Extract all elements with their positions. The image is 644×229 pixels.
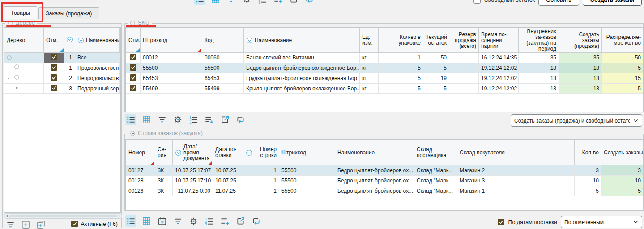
reload-icon[interactable]: [303, 0, 315, 5]
column-header-tree[interactable]: Дерево: [4, 28, 44, 53]
expand-node-icon[interactable]: [14, 75, 20, 81]
filter-icon[interactable]: [172, 215, 183, 227]
add-group-icon[interactable]: [35, 219, 47, 229]
tab-tovary[interactable]: Товары: [4, 6, 37, 19]
cell[interactable]: [126, 63, 141, 73]
cell[interactable]: Бедро цыплят-бройлеров охлажденное Бор..…: [244, 63, 360, 73]
cell[interactable]: 19: [423, 73, 449, 84]
grid-view-icon[interactable]: [141, 215, 152, 227]
list-view-icon[interactable]: [125, 114, 136, 125]
column-header-name[interactable]: Наименование: [335, 140, 414, 165]
column-header-create-orders[interactable]: Создать заказы: [601, 140, 644, 165]
cell[interactable]: [44, 84, 64, 94]
row-checkbox[interactable]: [51, 54, 57, 60]
cell[interactable]: Все: [75, 53, 120, 63]
cell[interactable]: 55499: [202, 84, 244, 94]
cell[interactable]: 13: [519, 84, 559, 94]
row-checkbox[interactable]: [130, 74, 136, 81]
numbered-list-icon[interactable]: [203, 215, 215, 227]
column-header-supplier-warehouse[interactable]: Склад поставщика: [414, 140, 457, 165]
cell[interactable]: 55499: [141, 84, 202, 94]
cell[interactable]: кг: [360, 73, 379, 84]
cell[interactable]: Склад "Марк...: [414, 165, 457, 176]
column-header-delivery-date[interactable]: Дата по-ставки: [213, 140, 243, 165]
selection-mode-dropdown[interactable]: По отмеченным: [561, 216, 642, 228]
cell[interactable]: [449, 84, 479, 94]
filter-circle-icon[interactable]: [246, 37, 253, 44]
row-checkbox[interactable]: [130, 64, 136, 71]
cell[interactable]: [4, 53, 44, 63]
order-lines-panel-header[interactable]: Строки заказов (закупка): [128, 130, 205, 136]
add-list-icon[interactable]: [272, 0, 284, 5]
cell[interactable]: ЗК: [155, 186, 173, 196]
cell[interactable]: 18: [519, 63, 559, 73]
cell[interactable]: 5: [602, 84, 644, 94]
column-header-barcode[interactable]: Штрихкод: [279, 140, 335, 165]
cell[interactable]: 55500: [279, 186, 335, 196]
scroll-left-icon[interactable]: [6, 215, 8, 217]
cell[interactable]: [126, 53, 141, 63]
sku-row[interactable]: 5550055500 Бедро цыплят-бройлеров охлажд…: [126, 63, 644, 73]
column-header-internal-orders[interactable]: Внутренних за-казов (закупка) на период: [519, 28, 559, 53]
cell[interactable]: 00127: [126, 165, 155, 176]
row-checkbox[interactable]: [130, 54, 136, 60]
cell[interactable]: 5: [379, 84, 423, 94]
cell[interactable]: 50: [602, 53, 644, 63]
scroll-right-icon[interactable]: [119, 215, 120, 217]
calendar-icon[interactable]: [156, 215, 168, 227]
column-header-qty[interactable]: Кол-во: [575, 140, 601, 165]
settings-gear-icon[interactable]: [241, 0, 252, 5]
column-header-qty-pack[interactable]: Кол-во в упаковке: [379, 28, 423, 53]
cell[interactable]: 5: [575, 186, 601, 196]
tab-zakazy-prodazha[interactable]: Заказы (продажа): [38, 7, 99, 19]
scroll-thumb[interactable]: [9, 215, 117, 217]
filter-icon[interactable]: [225, 0, 237, 5]
cell[interactable]: 13: [559, 84, 602, 94]
cell[interactable]: 00128: [126, 176, 155, 186]
cell[interactable]: 18: [559, 63, 602, 73]
cell[interactable]: 65453: [141, 73, 202, 84]
cell[interactable]: 55500: [279, 176, 335, 186]
cell[interactable]: [126, 73, 141, 84]
add-list-icon[interactable]: [203, 114, 215, 125]
cell[interactable]: 15: [602, 73, 644, 84]
order-line-row[interactable]: 00127ЗК 10.07.25 17:0710.07.25 155500 Бе…: [126, 165, 644, 176]
cell[interactable]: [44, 63, 64, 73]
cell[interactable]: Магазин 3: [457, 176, 575, 186]
cell[interactable]: ЗК: [155, 176, 173, 186]
column-header-check[interactable]: Отм.: [44, 28, 64, 53]
tree-row[interactable]: 1 Продовольственные...: [4, 63, 120, 73]
numbered-list-icon[interactable]: [256, 0, 268, 5]
cell[interactable]: 65453: [202, 73, 244, 84]
cell[interactable]: [44, 53, 64, 63]
row-checkbox[interactable]: [130, 85, 136, 91]
distribution-mode-dropdown[interactable]: Создать заказы (продажа) и свободный ост…: [511, 114, 642, 127]
cell[interactable]: 3: [64, 84, 75, 94]
collapse-node-icon[interactable]: [6, 55, 41, 61]
column-header-reserve[interactable]: Резерв продажа (всего): [449, 28, 479, 53]
tree-row[interactable]: 2 Непродовольственн...: [4, 73, 120, 84]
collapse-icon[interactable]: [8, 20, 13, 26]
column-header-name[interactable]: Наименование: [75, 28, 120, 53]
cell[interactable]: [44, 73, 64, 84]
cell[interactable]: 10.07.25: [213, 176, 243, 186]
cell[interactable]: Бедро цыплят-бройлеров ох...: [335, 186, 414, 196]
column-header-name[interactable]: Наименование: [244, 28, 360, 53]
grid-view-icon[interactable]: [141, 114, 152, 125]
create-orders-button[interactable]: Создать заказы: [583, 0, 642, 6]
filter-icon[interactable]: [156, 114, 168, 125]
tree-row[interactable]: 1 Все: [4, 53, 120, 63]
column-header-buyer-warehouse[interactable]: Склад покупателя: [457, 140, 575, 165]
cell[interactable]: 3: [601, 165, 644, 176]
order-line-row[interactable]: 00128ЗК 10.07.25 17:1010.07.25 155500 Бе…: [126, 176, 644, 186]
filter-circle-icon[interactable]: [246, 149, 252, 156]
cell[interactable]: Непродовольственн...: [75, 73, 120, 84]
cell[interactable]: 55500: [141, 63, 202, 73]
reload-icon[interactable]: [250, 215, 262, 227]
cell[interactable]: [4, 84, 44, 94]
cell[interactable]: 55500: [202, 63, 244, 73]
grid-view-icon[interactable]: [209, 0, 221, 5]
by-delivery-dates-checkbox[interactable]: [498, 219, 504, 225]
cell[interactable]: Продовольственные...: [75, 63, 120, 73]
cell[interactable]: 1: [379, 53, 423, 63]
